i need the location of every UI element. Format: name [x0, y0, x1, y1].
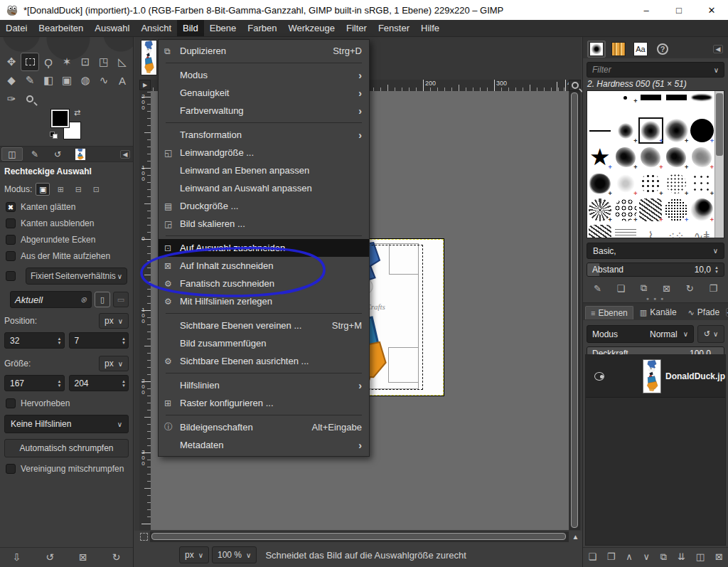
brush-disc[interactable]: +	[689, 117, 714, 144]
brush-soft-m[interactable]: +	[638, 117, 664, 144]
aus-der-mitte-aufziehen-checkbox[interactable]	[6, 251, 16, 261]
minimize-button[interactable]: –	[630, 0, 663, 20]
new-layer-icon[interactable]: ❏	[588, 551, 596, 562]
image-tab[interactable]	[141, 40, 157, 75]
tab-undo-history[interactable]: ↺	[47, 147, 68, 161]
vertical-scroll-thumb[interactable]	[571, 92, 578, 528]
brush-scrollbar[interactable]	[714, 91, 724, 238]
menubar-item-filter[interactable]: Filter	[341, 20, 373, 36]
brush-soft-l[interactable]: +	[663, 117, 689, 144]
auto-shrink-button[interactable]: Automatisch schrumpfen	[4, 439, 129, 457]
text-tool[interactable]: A	[113, 71, 132, 90]
layer-mode-dropdown[interactable]: Modus Normal ∨	[587, 325, 694, 343]
tab-pfade[interactable]: ∿Pfade	[683, 306, 725, 319]
brush-filter-input[interactable]: Filter ∨	[587, 62, 724, 78]
duplicate-brush-icon[interactable]: ⧉	[641, 282, 647, 294]
new-brush-icon[interactable]: ❏	[617, 283, 626, 294]
color-picker-tool[interactable]: ✑	[2, 90, 21, 108]
shrink-merged-checkbox[interactable]	[6, 464, 16, 474]
mode-intersect-icon[interactable]: ⊡	[89, 183, 103, 196]
brush-pepper[interactable]: +	[663, 196, 689, 223]
menu-item-druckgröße[interactable]: ▤Druckgröße ...	[159, 197, 369, 215]
aspect-ratio-input[interactable]: Aktuell ⊗	[10, 291, 92, 308]
menubar-item-hilfe[interactable]: Hilfe	[415, 20, 445, 36]
mode-replace-icon[interactable]: ▣	[36, 183, 50, 196]
mask-layer-icon[interactable]: ◫	[696, 551, 705, 562]
brush-grunge2[interactable]: +	[638, 196, 664, 223]
menu-item-sichtbare-ebenen-ausrichten[interactable]: ⚙Sichtbare Ebenen ausrichten ...	[159, 352, 369, 370]
menu-item-raster-konfigurieren[interactable]: ⊞Raster konfigurieren ...	[159, 394, 369, 412]
brush-blob[interactable]: +	[587, 170, 613, 196]
brush-bar[interactable]	[663, 91, 689, 104]
menu-item-bildeigenschaften[interactable]: ⓘBildeigenschaftenAlt+Eingabe	[159, 418, 369, 436]
delete-preset-icon[interactable]: ⊠	[79, 551, 87, 563]
delete-brush-icon[interactable]: ⊠	[663, 283, 670, 294]
maximize-button[interactable]: □	[663, 0, 695, 20]
lower-layer-icon[interactable]: ∨	[643, 551, 651, 562]
mode-subtract-icon[interactable]: ⊟	[71, 183, 85, 196]
menu-item-auf-auswahl-zuschneiden[interactable]: ⊡Auf Auswahl zuschneiden	[159, 239, 369, 257]
tab-device-status[interactable]: ✎	[24, 147, 46, 161]
guides-dropdown[interactable]: Keine Hilfslinien ∨	[4, 415, 129, 433]
menu-item-farbverwaltung[interactable]: Farbverwaltung›	[159, 102, 369, 120]
brush-faint[interactable]: +	[613, 170, 638, 196]
duplicate-layer-icon[interactable]: ⧉	[660, 551, 667, 563]
brush-grunge2[interactable]: +	[587, 223, 613, 238]
swap-colors-icon[interactable]: ⇄	[74, 108, 80, 117]
tab-kanäle[interactable]: ▥Kanäle	[635, 306, 682, 319]
kanten-glätten-checkbox[interactable]: ✖	[6, 202, 16, 212]
position-y-input[interactable]: 7 ▲▼	[69, 332, 129, 349]
quick-mask-toggle[interactable]	[140, 533, 148, 541]
reset-options-icon[interactable]: ↻	[112, 551, 121, 563]
menu-item-sichtbare-ebenen-vereinen[interactable]: Sichtbare Ebenen vereinen ...Strg+M	[159, 317, 369, 334]
bucket-fill-tool[interactable]: ◆	[2, 71, 21, 90]
tab-image-thumbnail[interactable]	[70, 147, 91, 161]
size-height-input[interactable]: 204 ▲▼	[69, 375, 129, 391]
brush-cells[interactable]: +	[613, 196, 638, 223]
paths-tool[interactable]: ∿	[95, 71, 113, 90]
menubar-item-datei[interactable]: Datei	[0, 20, 33, 36]
horizontal-scrollbar[interactable]	[150, 531, 569, 542]
dock-resize-grip[interactable]: ● ● ●	[583, 297, 728, 301]
vertical-ruler[interactable]: 2 0 01 0 001 0 02 0 03 0 0	[139, 91, 151, 530]
unified-transform-tool[interactable]: ◳	[95, 53, 113, 71]
clone-tool[interactable]: ▣	[58, 71, 76, 90]
menu-item-genauigkeit[interactable]: Genauigkeit›	[159, 84, 369, 102]
menu-item-metadaten[interactable]: Metadaten›	[159, 436, 369, 454]
save-preset-icon[interactable]: ⇩	[13, 551, 21, 563]
merge-layer-icon[interactable]: ⇊	[678, 551, 685, 562]
new-group-icon[interactable]: ❐	[607, 551, 616, 562]
tab-patterns[interactable]	[609, 41, 628, 58]
highlight-checkbox[interactable]	[6, 398, 16, 408]
brush-splat2[interactable]: +	[638, 144, 664, 170]
zoom-dropdown[interactable]: 100 % ∨	[212, 546, 257, 563]
menu-item-modus[interactable]: Modus›	[159, 66, 369, 84]
unit-dropdown[interactable]: px ∨	[179, 546, 209, 563]
size-unit-dropdown[interactable]: px ∨	[99, 356, 129, 371]
size-width-input[interactable]: 167 ▲▼	[4, 375, 65, 391]
crop-tool[interactable]: ⊡	[76, 53, 95, 71]
tab-help[interactable]: ?	[653, 41, 672, 58]
portrait-icon[interactable]: ▯	[95, 292, 110, 307]
menubar-item-fenster[interactable]: Fenster	[373, 20, 415, 36]
smudge-tool[interactable]: ◍	[76, 71, 95, 90]
menu-item-bild-skalieren[interactable]: ◲Bild skalieren ...	[159, 215, 369, 233]
brush-grunge[interactable]: +	[587, 196, 613, 223]
brush-line[interactable]	[587, 117, 613, 144]
spinner-icons[interactable]: ▲▼	[55, 379, 64, 388]
menu-item-leinwand-an-auswahl-anpassen[interactable]: Leinwand an Auswahl anpassen	[159, 179, 369, 197]
visibility-eye-icon[interactable]	[594, 372, 604, 381]
zoom-tool[interactable]	[21, 90, 39, 108]
menubar-item-auswahl[interactable]: Auswahl	[89, 20, 135, 36]
refresh-brushes-icon[interactable]: ↻	[686, 283, 694, 294]
clear-icon[interactable]: ⊗	[80, 295, 87, 304]
brush-splat[interactable]: +	[613, 144, 638, 170]
brush-pepper2[interactable]: +	[689, 196, 714, 223]
navigation-icon[interactable]: ▲	[570, 531, 581, 542]
brush-squig[interactable]: ⌇+	[638, 223, 664, 238]
brush-spacing-slider[interactable]: Abstand 10,0 ▲▼	[587, 263, 724, 277]
brush-bar[interactable]	[638, 91, 664, 104]
menubar-item-farben[interactable]: Farben	[242, 20, 282, 36]
menubar-item-bild[interactable]: Bild	[177, 20, 204, 36]
rectangle-select-tool[interactable]	[21, 53, 39, 71]
